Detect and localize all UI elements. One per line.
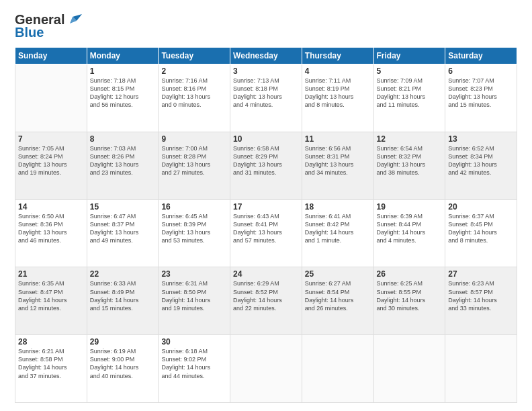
calendar-cell: 28Sunrise: 6:21 AM Sunset: 8:58 PM Dayli… [15, 335, 87, 403]
day-number: 17 [233, 202, 299, 212]
calendar-week-row: 7Sunrise: 7:05 AM Sunset: 8:24 PM Daylig… [15, 132, 517, 199]
day-number: 28 [18, 337, 84, 347]
day-number: 1 [90, 66, 156, 76]
day-info: Sunrise: 6:37 AM Sunset: 8:45 PM Dayligh… [448, 212, 514, 245]
day-info: Sunrise: 6:39 AM Sunset: 8:44 PM Dayligh… [377, 212, 443, 245]
day-number: 11 [305, 134, 371, 144]
calendar-cell [445, 335, 517, 403]
calendar-cell [373, 335, 445, 403]
day-number: 4 [305, 66, 371, 76]
day-number: 29 [90, 337, 156, 347]
logo-blue: Blue [15, 25, 44, 40]
weekday-header-monday: Monday [87, 48, 159, 64]
calendar-cell: 14Sunrise: 6:50 AM Sunset: 8:36 PM Dayli… [15, 199, 87, 267]
day-number: 19 [377, 202, 443, 212]
calendar-cell: 3Sunrise: 7:13 AM Sunset: 8:18 PM Daylig… [230, 64, 302, 132]
day-info: Sunrise: 6:25 AM Sunset: 8:55 PM Dayligh… [377, 279, 443, 312]
calendar-cell: 16Sunrise: 6:45 AM Sunset: 8:39 PM Dayli… [159, 199, 230, 267]
day-info: Sunrise: 6:54 AM Sunset: 8:32 PM Dayligh… [377, 144, 443, 177]
calendar-cell: 18Sunrise: 6:41 AM Sunset: 8:42 PM Dayli… [302, 199, 373, 267]
calendar-cell: 27Sunrise: 6:23 AM Sunset: 8:57 PM Dayli… [445, 267, 517, 335]
calendar-week-row: 21Sunrise: 6:35 AM Sunset: 8:47 PM Dayli… [15, 267, 517, 335]
day-info: Sunrise: 7:18 AM Sunset: 8:15 PM Dayligh… [90, 77, 156, 109]
day-number: 13 [448, 134, 514, 144]
day-info: Sunrise: 6:43 AM Sunset: 8:41 PM Dayligh… [233, 212, 299, 245]
calendar-cell: 7Sunrise: 7:05 AM Sunset: 8:24 PM Daylig… [15, 132, 87, 199]
weekday-header-friday: Friday [373, 48, 445, 64]
calendar-cell: 30Sunrise: 6:18 AM Sunset: 9:02 PM Dayli… [159, 335, 230, 403]
day-number: 22 [90, 269, 156, 279]
day-number: 24 [233, 269, 299, 279]
day-info: Sunrise: 7:03 AM Sunset: 8:26 PM Dayligh… [90, 144, 156, 177]
day-number: 8 [90, 134, 156, 144]
day-number: 10 [233, 134, 299, 144]
calendar-cell: 25Sunrise: 6:27 AM Sunset: 8:54 PM Dayli… [302, 267, 373, 335]
day-number: 12 [377, 134, 443, 144]
calendar-cell: 21Sunrise: 6:35 AM Sunset: 8:47 PM Dayli… [15, 267, 87, 335]
calendar-cell: 29Sunrise: 6:19 AM Sunset: 9:00 PM Dayli… [87, 335, 159, 403]
calendar-cell: 19Sunrise: 6:39 AM Sunset: 8:44 PM Dayli… [373, 199, 445, 267]
day-number: 21 [18, 269, 84, 279]
calendar-cell: 9Sunrise: 7:00 AM Sunset: 8:28 PM Daylig… [159, 132, 230, 199]
weekday-header-saturday: Saturday [445, 48, 517, 64]
day-number: 14 [18, 202, 84, 212]
day-number: 9 [161, 134, 227, 144]
calendar-cell: 23Sunrise: 6:31 AM Sunset: 8:50 PM Dayli… [159, 267, 230, 335]
day-number: 30 [161, 337, 227, 347]
weekday-header-tuesday: Tuesday [159, 48, 230, 64]
calendar-table: SundayMondayTuesdayWednesdayThursdayFrid… [15, 47, 517, 403]
weekday-header-row: SundayMondayTuesdayWednesdayThursdayFrid… [15, 48, 517, 64]
day-number: 5 [377, 66, 443, 76]
weekday-header-sunday: Sunday [15, 48, 87, 64]
day-info: Sunrise: 6:41 AM Sunset: 8:42 PM Dayligh… [305, 212, 371, 245]
calendar-cell: 11Sunrise: 6:56 AM Sunset: 8:31 PM Dayli… [302, 132, 373, 199]
calendar-cell: 17Sunrise: 6:43 AM Sunset: 8:41 PM Dayli… [230, 199, 302, 267]
day-number: 6 [448, 66, 514, 76]
calendar-cell: 22Sunrise: 6:33 AM Sunset: 8:49 PM Dayli… [87, 267, 159, 335]
calendar-cell: 2Sunrise: 7:16 AM Sunset: 8:16 PM Daylig… [159, 64, 230, 132]
calendar-cell [15, 64, 87, 132]
calendar-cell [230, 335, 302, 403]
day-info: Sunrise: 6:52 AM Sunset: 8:34 PM Dayligh… [448, 144, 514, 177]
day-info: Sunrise: 7:05 AM Sunset: 8:24 PM Dayligh… [18, 144, 84, 177]
logo: General Blue [15, 12, 82, 40]
day-info: Sunrise: 6:58 AM Sunset: 8:29 PM Dayligh… [233, 144, 299, 177]
day-number: 25 [305, 269, 371, 279]
day-info: Sunrise: 6:31 AM Sunset: 8:50 PM Dayligh… [161, 279, 227, 312]
weekday-header-wednesday: Wednesday [230, 48, 302, 64]
day-info: Sunrise: 6:47 AM Sunset: 8:37 PM Dayligh… [90, 212, 156, 245]
weekday-header-thursday: Thursday [302, 48, 373, 64]
day-info: Sunrise: 6:50 AM Sunset: 8:36 PM Dayligh… [18, 212, 84, 245]
day-number: 2 [161, 66, 227, 76]
day-number: 26 [377, 269, 443, 279]
day-info: Sunrise: 7:00 AM Sunset: 8:28 PM Dayligh… [161, 144, 227, 177]
day-info: Sunrise: 7:13 AM Sunset: 8:18 PM Dayligh… [233, 77, 299, 109]
day-info: Sunrise: 7:07 AM Sunset: 8:23 PM Dayligh… [448, 77, 514, 109]
calendar-cell: 4Sunrise: 7:11 AM Sunset: 8:19 PM Daylig… [302, 64, 373, 132]
day-info: Sunrise: 6:45 AM Sunset: 8:39 PM Dayligh… [161, 212, 227, 245]
day-info: Sunrise: 7:09 AM Sunset: 8:21 PM Dayligh… [377, 77, 443, 109]
calendar-cell: 5Sunrise: 7:09 AM Sunset: 8:21 PM Daylig… [373, 64, 445, 132]
calendar-cell: 20Sunrise: 6:37 AM Sunset: 8:45 PM Dayli… [445, 199, 517, 267]
calendar-week-row: 14Sunrise: 6:50 AM Sunset: 8:36 PM Dayli… [15, 199, 517, 267]
calendar-cell: 6Sunrise: 7:07 AM Sunset: 8:23 PM Daylig… [445, 64, 517, 132]
day-number: 27 [448, 269, 514, 279]
logo-bird-icon [67, 14, 82, 26]
day-number: 18 [305, 202, 371, 212]
day-info: Sunrise: 6:29 AM Sunset: 8:52 PM Dayligh… [233, 279, 299, 312]
day-info: Sunrise: 7:11 AM Sunset: 8:19 PM Dayligh… [305, 77, 371, 109]
calendar-cell: 24Sunrise: 6:29 AM Sunset: 8:52 PM Dayli… [230, 267, 302, 335]
calendar-cell: 10Sunrise: 6:58 AM Sunset: 8:29 PM Dayli… [230, 132, 302, 199]
calendar-week-row: 28Sunrise: 6:21 AM Sunset: 8:58 PM Dayli… [15, 335, 517, 403]
day-info: Sunrise: 6:18 AM Sunset: 9:02 PM Dayligh… [161, 347, 227, 380]
calendar-cell: 13Sunrise: 6:52 AM Sunset: 8:34 PM Dayli… [445, 132, 517, 199]
day-info: Sunrise: 6:33 AM Sunset: 8:49 PM Dayligh… [90, 279, 156, 312]
day-info: Sunrise: 6:23 AM Sunset: 8:57 PM Dayligh… [448, 279, 514, 312]
day-number: 23 [161, 269, 227, 279]
calendar-week-row: 1Sunrise: 7:18 AM Sunset: 8:15 PM Daylig… [15, 64, 517, 132]
day-number: 16 [161, 202, 227, 212]
calendar-cell: 15Sunrise: 6:47 AM Sunset: 8:37 PM Dayli… [87, 199, 159, 267]
day-info: Sunrise: 6:35 AM Sunset: 8:47 PM Dayligh… [18, 279, 84, 312]
day-info: Sunrise: 6:19 AM Sunset: 9:00 PM Dayligh… [90, 347, 156, 380]
calendar-cell [302, 335, 373, 403]
